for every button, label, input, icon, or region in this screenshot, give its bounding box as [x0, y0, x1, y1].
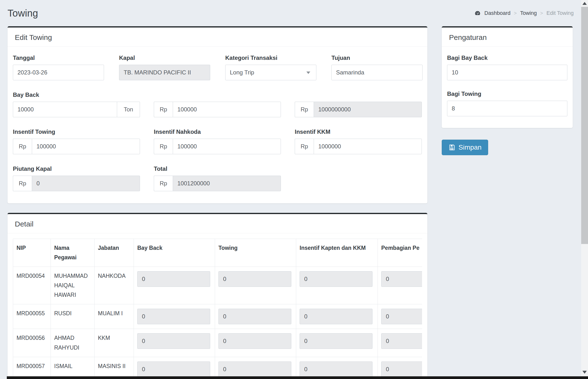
- detail-table-header-row: NIPNama PegawaiJabatanBay BackTowingInse…: [13, 239, 422, 267]
- total-label: Total: [154, 165, 281, 172]
- pengaturan-card: Pengaturan Bagi Bay Back Bagi Towing: [442, 26, 573, 128]
- field-bagi-towing: Bagi Towing: [447, 91, 567, 116]
- tujuan-input[interactable]: [331, 65, 423, 80]
- kapal-input: [119, 65, 210, 80]
- cell-towing: [215, 267, 296, 304]
- cell-nip: MRD00056: [13, 329, 51, 357]
- cell-insentif: [296, 304, 378, 329]
- row-bay-back-input: [137, 309, 210, 324]
- field-tanggal: Tanggal: [13, 54, 104, 80]
- simpan-button-label: Simpan: [458, 143, 482, 151]
- cell-bay-back: [134, 329, 215, 357]
- cell-pembagian: [378, 267, 422, 304]
- ton-addon: Ton: [117, 102, 140, 117]
- breadcrumb-dashboard[interactable]: Dashboard: [484, 10, 511, 16]
- table-row: MRD00057 ISMAIL MASINIS II: [13, 357, 422, 379]
- piutang-kapal-input: [32, 176, 140, 191]
- row-towing-input: [219, 271, 291, 287]
- cell-jabatan: KKM: [94, 329, 134, 357]
- kategori-transaksi-select[interactable]: Long Trip: [225, 65, 316, 80]
- row-pembagian-input: [381, 271, 422, 287]
- save-icon: [448, 144, 456, 151]
- kategori-transaksi-label: Kategori Transaksi: [225, 54, 316, 61]
- bay-back-total-group: Rp: [295, 102, 422, 117]
- cell-nama: ISMAIL: [51, 357, 94, 379]
- row-pembagian-input: [381, 362, 422, 377]
- row-bay-back-input: [137, 271, 210, 287]
- kapal-label: Kapal: [119, 54, 210, 61]
- row-insentif-input: [300, 309, 372, 324]
- field-insentif-nahkoda: Insentif Nahkoda Rp: [154, 128, 281, 154]
- breadcrumb-current: Edit Towing: [546, 10, 574, 16]
- field-tujuan: Tujuan: [331, 54, 423, 80]
- column-header: Nama Pegawai: [51, 239, 94, 267]
- content-header: Towing Dashbo: [8, 0, 574, 20]
- kategori-transaksi-value: Long Trip: [230, 69, 254, 76]
- column-header: Towing: [215, 239, 296, 267]
- cell-towing: [215, 357, 296, 379]
- edit-towing-card: Edit Towing Tanggal Kapal: [8, 26, 427, 203]
- table-row: MRD00056 AHMAD RAHYUDI KKM: [13, 329, 422, 357]
- field-insentif-towing: Insentif Towing Rp: [13, 128, 140, 154]
- column-header: NIP: [13, 239, 51, 267]
- cell-jabatan: MASINIS II: [94, 357, 134, 379]
- scroll-up-icon[interactable]: [582, 2, 587, 5]
- detail-card-title: Detail: [8, 214, 427, 233]
- row-towing-input: [219, 362, 291, 377]
- scroll-down-icon[interactable]: [582, 371, 587, 374]
- cell-bay-back: [134, 357, 215, 379]
- bagi-bay-back-input[interactable]: [447, 65, 567, 80]
- row-bay-back-input: [137, 362, 210, 377]
- rp-addon: Rp: [13, 139, 32, 154]
- row-bay-back-input: [137, 333, 210, 349]
- row-towing-input: [219, 333, 291, 349]
- content-area: Towing Dashbo: [0, 0, 581, 379]
- tanggal-input[interactable]: [13, 65, 104, 80]
- dashboard-icon: [474, 10, 481, 16]
- breadcrumb-towing[interactable]: Towing: [520, 10, 537, 16]
- bagi-bay-back-label: Bagi Bay Back: [447, 54, 567, 61]
- detail-table-clip: NIPNama PegawaiJabatanBay BackTowingInse…: [13, 239, 422, 379]
- insentif-kkm-label: Insentif KKM: [295, 128, 422, 135]
- vertical-scrollbar-thumb[interactable]: [581, 7, 588, 244]
- cell-pembagian: [378, 304, 422, 329]
- column-header: Bay Back: [134, 239, 215, 267]
- row-insentif-input: [300, 362, 372, 377]
- rp-addon: Rp: [295, 139, 314, 154]
- bagi-towing-input[interactable]: [447, 101, 567, 116]
- cell-insentif: [296, 267, 378, 304]
- rp-addon: Rp: [154, 139, 173, 154]
- bagi-towing-label: Bagi Towing: [447, 91, 567, 97]
- bay-back-qty-input[interactable]: [13, 102, 117, 117]
- rp-addon: Rp: [154, 176, 173, 191]
- simpan-button[interactable]: Simpan: [442, 140, 488, 155]
- horizontal-scrollbar-thumb[interactable]: [7, 376, 588, 379]
- vertical-scrollbar[interactable]: [581, 0, 588, 379]
- pengaturan-card-title: Pengaturan: [442, 28, 573, 47]
- cell-insentif: [296, 329, 378, 357]
- insentif-towing-label: Insentif Towing: [13, 128, 140, 135]
- insentif-kkm-input[interactable]: [314, 139, 422, 154]
- row-insentif-input: [300, 271, 372, 287]
- bay-back-total-input: [314, 102, 422, 117]
- caret-down-icon: [306, 72, 310, 74]
- bay-back-price-input[interactable]: [173, 102, 281, 117]
- insentif-nahkoda-input[interactable]: [173, 139, 281, 154]
- column-header: Insentif Kapten dan KKM: [296, 239, 378, 267]
- tanggal-label: Tanggal: [13, 54, 104, 61]
- field-total: Total Rp: [154, 165, 281, 191]
- cell-towing: [215, 329, 296, 357]
- cell-nama: RUSDI: [51, 304, 94, 329]
- field-insentif-kkm: Insentif KKM Rp: [295, 128, 422, 154]
- cell-nip: MRD00057: [13, 357, 51, 379]
- bay-back-label: Bay Back: [13, 92, 422, 98]
- insentif-towing-input[interactable]: [32, 139, 140, 154]
- cell-towing: [215, 304, 296, 329]
- page-title: Towing: [8, 8, 38, 19]
- piutang-kapal-label: Piutang Kapal: [13, 165, 140, 172]
- cell-insentif: [296, 357, 378, 379]
- cell-nama: MUHAMMAD HAIQAL HAWARI: [51, 267, 94, 304]
- cell-jabatan: MUALIM I: [94, 304, 134, 329]
- rp-addon: Rp: [295, 102, 314, 117]
- field-kategori-transaksi: Kategori Transaksi Long Trip: [225, 54, 316, 80]
